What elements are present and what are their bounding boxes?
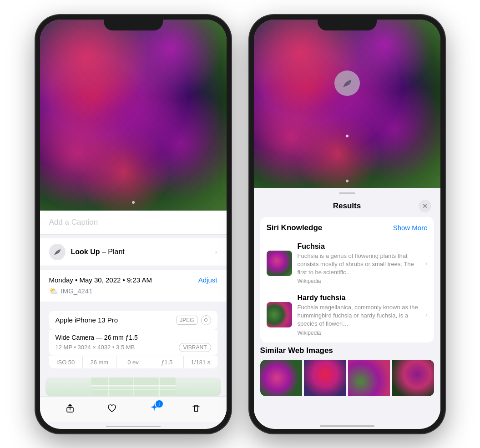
iso-value: ISO 50 xyxy=(49,356,83,368)
exif-row: ISO 50 26 mm 0 ev ƒ1.5 1/181 s xyxy=(49,356,217,368)
fuchsia-content: Fuchsia Fuchsia is a genus of flowering … xyxy=(298,242,420,285)
show-more-button[interactable]: Show More xyxy=(393,224,428,232)
svg-rect-5 xyxy=(158,378,160,397)
visual-lookup-circle xyxy=(334,70,360,96)
hardy-content: Hardy fuchsia Fuchsia magellanica, commo… xyxy=(298,294,420,336)
hardy-source: Wikipedia xyxy=(298,330,420,336)
home-indicator xyxy=(106,426,161,427)
bottom-toolbar: i xyxy=(40,396,227,422)
location-icon: ⊙ xyxy=(201,315,211,325)
hardy-name: Hardy fuchsia xyxy=(298,294,420,302)
share-button[interactable] xyxy=(65,403,75,413)
camera-model: Apple iPhone 13 Pro xyxy=(56,316,118,324)
wide-camera-text: Wide Camera — 26 mm ƒ1.5 xyxy=(56,334,211,341)
right-phone: Results ✕ Siri Knowledge Show More Fuchs… xyxy=(249,15,445,433)
photo-image[interactable] xyxy=(40,20,227,211)
fuchsia-description: Fuchsia is a genus of flowering plants t… xyxy=(298,252,420,277)
similar-image-4[interactable] xyxy=(392,360,434,396)
results-header: Results ✕ xyxy=(254,194,440,217)
look-up-label: Look Up – Plant xyxy=(71,248,125,256)
cloud-icon: ⛅ xyxy=(49,287,58,295)
right-photo-image[interactable] xyxy=(254,20,440,188)
similar-image-1[interactable] xyxy=(260,360,303,396)
hardy-chevron-icon: › xyxy=(425,311,428,318)
map-roads xyxy=(45,378,221,397)
ev-value: 0 ev xyxy=(116,356,150,368)
camera-model-row: Apple iPhone 13 Pro JPEG ⊙ xyxy=(49,311,217,330)
knowledge-item-fuchsia[interactable]: Fuchsia Fuchsia is a genus of flowering … xyxy=(267,238,428,290)
left-phone: Add a Caption Look Up – Plant › Monday •… xyxy=(35,15,231,433)
camera-section: Apple iPhone 13 Pro JPEG ⊙ Wide Camera —… xyxy=(40,305,227,374)
camera-badges: JPEG ⊙ xyxy=(177,315,211,325)
visual-lookup-icon xyxy=(49,244,66,260)
similar-images-title: Similar Web Images xyxy=(260,346,434,355)
mp-row: 12 MP • 3024 × 4032 • 3.5 MB VIBRANT xyxy=(56,343,211,352)
siri-knowledge-title: Siri Knowledge xyxy=(267,223,323,232)
adjust-button[interactable]: Adjust xyxy=(198,276,217,284)
photo-detail-view: Add a Caption Look Up – Plant › Monday •… xyxy=(40,20,227,429)
shutter-value: 1/181 s xyxy=(184,356,217,368)
right-home-indicator xyxy=(320,425,374,427)
date-text: Monday • May 30, 2022 • 9:23 AM xyxy=(49,276,152,284)
siri-knowledge-section: Siri Knowledge Show More Fuchsia Fuchsia… xyxy=(260,217,434,342)
caption-area[interactable]: Add a Caption xyxy=(40,211,227,235)
trash-icon xyxy=(191,403,201,413)
filename: IMG_4241 xyxy=(61,287,93,295)
svg-rect-3 xyxy=(108,378,109,397)
knowledge-item-hardy[interactable]: Hardy fuchsia Fuchsia magellanica, commo… xyxy=(267,289,428,336)
results-view: Results ✕ Siri Knowledge Show More Fuchs… xyxy=(254,20,440,429)
focal-length-value: 26 mm xyxy=(83,356,116,368)
fuchsia-name: Fuchsia xyxy=(298,242,420,251)
results-title: Results xyxy=(276,201,419,211)
date-row: Monday • May 30, 2022 • 9:23 AM Adjust xyxy=(49,276,217,284)
left-phone-screen: Add a Caption Look Up – Plant › Monday •… xyxy=(40,20,227,429)
hardy-thumbnail xyxy=(267,302,292,327)
close-button[interactable]: ✕ xyxy=(419,200,431,212)
map-background xyxy=(45,378,221,397)
chevron-right-icon: › xyxy=(215,248,217,256)
fuchsia-source: Wikipedia xyxy=(298,278,420,284)
hardy-description: Fuchsia magellanica, commonly known as t… xyxy=(298,303,420,328)
delete-button[interactable] xyxy=(191,403,201,413)
photo-info-section: Monday • May 30, 2022 • 9:23 AM Adjust ⛅… xyxy=(40,270,227,302)
heart-icon xyxy=(107,403,117,413)
aperture-value: ƒ1.5 xyxy=(150,356,184,368)
mp-text: 12 MP • 3024 × 4032 • 3.5 MB xyxy=(56,344,135,351)
info-button[interactable]: i xyxy=(149,402,159,415)
share-icon xyxy=(65,403,75,413)
similar-image-2[interactable] xyxy=(304,360,346,396)
camera-details: Wide Camera — 26 mm ƒ1.5 12 MP • 3024 × … xyxy=(49,330,217,356)
fuchsia-chevron-icon: › xyxy=(425,260,428,267)
favorite-button[interactable] xyxy=(107,403,117,413)
similar-image-3[interactable] xyxy=(348,360,390,396)
leaf-lookup-icon xyxy=(341,77,354,90)
section-header: Siri Knowledge Show More xyxy=(267,223,428,232)
look-up-row[interactable]: Look Up – Plant › xyxy=(40,238,227,266)
map-section[interactable] xyxy=(45,378,221,397)
results-sheet: Results ✕ Siri Knowledge Show More Fuchs… xyxy=(254,188,440,421)
similar-images-grid xyxy=(260,360,434,396)
leaf-icon xyxy=(53,247,62,257)
jpeg-badge: JPEG xyxy=(177,316,197,325)
fuchsia-thumbnail xyxy=(267,251,292,276)
similar-images-section: Similar Web Images xyxy=(260,346,434,396)
svg-rect-4 xyxy=(133,378,134,397)
lookup-connector-dot xyxy=(346,135,349,137)
vibrant-badge: VIBRANT xyxy=(179,343,211,352)
right-phone-screen: Results ✕ Siri Knowledge Show More Fuchs… xyxy=(254,20,440,429)
caption-placeholder[interactable]: Add a Caption xyxy=(49,218,98,227)
filename-row: ⛅ IMG_4241 xyxy=(49,287,217,295)
info-badge: i xyxy=(156,400,163,408)
page-indicator-dot xyxy=(346,180,349,182)
